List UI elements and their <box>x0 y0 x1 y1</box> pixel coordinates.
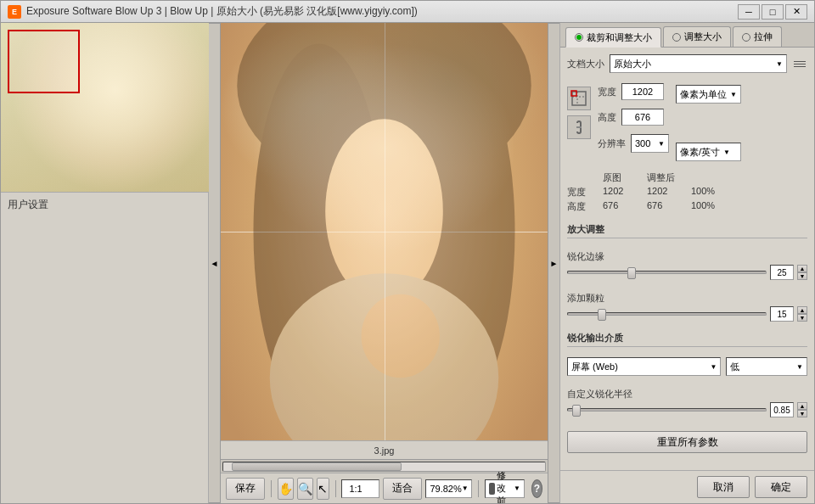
info-width-label: 宽度 <box>567 186 601 199</box>
save-button[interactable]: 保存 <box>226 478 265 500</box>
tab-crop-resize[interactable]: 裁剪和调整大小 <box>565 27 661 48</box>
info-width-pct: 100% <box>691 186 725 199</box>
doc-size-row: 文档大小 原始大小 <box>567 54 807 73</box>
main-window: E Exposure Software Blow Up 3 | Blow Up … <box>0 0 815 504</box>
sharpen-edges-up[interactable]: ▲ <box>797 265 807 272</box>
right-panel: 裁剪和调整大小 调整大小 拉伸 文档大小 原始大小 <box>559 23 814 503</box>
custom-radius-label: 自定义锐化半径 <box>567 388 807 400</box>
sharpen-edges-thumb[interactable] <box>627 267 636 279</box>
sharpness-type-value: 屏幕 (Web) <box>571 361 618 373</box>
tabs-row: 裁剪和调整大小 调整大小 拉伸 <box>560 23 814 48</box>
custom-radius-row: 0.85 ▲ ▼ <box>567 402 807 417</box>
resize-svg <box>570 90 587 107</box>
add-noise-thumb[interactable] <box>598 309 606 321</box>
window-title: Exposure Software Blow Up 3 | Blow Up | … <box>26 4 418 19</box>
tab-crop-radio <box>575 33 583 42</box>
unit2-select[interactable]: 像素/英寸 <box>676 143 741 161</box>
select-tool-button[interactable]: ↖ <box>317 478 329 500</box>
filename-bar: 3.jpg <box>221 440 548 459</box>
ratio-display: 1:1 <box>341 479 379 498</box>
nav-arrow-right[interactable]: ► <box>548 23 559 503</box>
mode-select[interactable]: 修改前 ▼ <box>485 479 525 498</box>
enlarge-section-title: 放大调整 <box>567 223 807 238</box>
hand-tool-button[interactable]: ✋ <box>278 478 294 500</box>
add-noise-up[interactable]: ▲ <box>797 306 807 314</box>
close-button[interactable]: ✕ <box>785 4 807 20</box>
main-preview: 3.jpg 保存 ✋ 🔍 ↖ 1:1 适合 79.82% <box>221 23 548 503</box>
scrollbar-track[interactable] <box>222 462 546 472</box>
ok-button[interactable]: 确定 <box>755 476 807 498</box>
doc-size-select[interactable]: 原始大小 <box>610 54 787 73</box>
resize-icon <box>567 87 591 110</box>
tab-resize-radio <box>672 33 681 42</box>
add-noise-label: 添加颗粒 <box>567 292 807 305</box>
toolbar-bottom: 保存 ✋ 🔍 ↖ 1:1 适合 79.82% 修改前 ▼ ? <box>221 473 548 503</box>
add-noise-row: 15 ▲ ▼ <box>567 306 807 322</box>
sharpen-edges-track[interactable] <box>567 271 767 274</box>
resolution-row: 分辨率 300 <box>598 134 669 153</box>
info-height-pct: 100% <box>691 200 725 213</box>
reset-all-button[interactable]: 重置所有参数 <box>567 431 807 453</box>
dimension-icons <box>567 83 591 139</box>
fit-button[interactable]: 适合 <box>383 478 422 500</box>
sharpen-edges-value: 25 <box>770 265 794 280</box>
svg-rect-8 <box>572 92 586 105</box>
toolbar-sep-3 <box>478 480 479 497</box>
tab-resize[interactable]: 调整大小 <box>663 26 731 47</box>
info-height-adjusted: 676 <box>647 200 689 213</box>
sharpen-edges-row: 25 ▲ ▼ <box>567 265 807 280</box>
sharpness-level-value: 低 <box>730 361 739 373</box>
sharpen-edges-spinner[interactable]: ▲ ▼ <box>797 265 807 280</box>
custom-radius-down[interactable]: ▼ <box>797 410 807 417</box>
resolution-select[interactable]: 300 <box>631 134 669 153</box>
width-input[interactable] <box>621 83 664 100</box>
preview-overlay <box>221 23 548 440</box>
sharpness-level-select[interactable]: 低 <box>726 357 807 376</box>
add-noise-down[interactable]: ▼ <box>797 314 807 322</box>
svg-point-7 <box>362 294 440 378</box>
tab-crop-label: 裁剪和调整大小 <box>587 31 652 44</box>
info-height-original: 676 <box>603 200 645 213</box>
width-label: 宽度 <box>598 86 616 98</box>
sharpen-edges-down[interactable]: ▼ <box>797 272 807 280</box>
sharpness-type-select[interactable]: 屏幕 (Web) <box>567 357 721 376</box>
chain-svg <box>570 119 587 136</box>
info-height-label: 高度 <box>567 200 601 213</box>
scrollbar-thumb[interactable] <box>232 462 402 471</box>
help-button[interactable]: ? <box>531 479 542 498</box>
preview-image <box>221 23 548 440</box>
sharpness-output-title: 锐化输出介质 <box>567 332 807 347</box>
resolution-label: 分辨率 <box>598 137 626 150</box>
custom-radius-spinner[interactable]: ▲ ▼ <box>797 402 807 417</box>
unit1-select[interactable]: 像素为单位 <box>676 85 741 104</box>
maximize-button[interactable]: □ <box>762 4 784 20</box>
scrollbar-bottom[interactable] <box>221 459 548 473</box>
cancel-button[interactable]: 取消 <box>697 476 750 498</box>
tab-stretch[interactable]: 拉伸 <box>733 26 782 47</box>
zoom-value: 79.82% <box>430 484 461 494</box>
custom-radius-up[interactable]: ▲ <box>797 402 807 410</box>
unit2-label: 像素/英寸 <box>680 146 720 159</box>
left-panel: 用户设置 <box>1 23 209 503</box>
custom-radius-track[interactable] <box>567 408 767 412</box>
height-input[interactable] <box>621 109 664 126</box>
custom-radius-thumb[interactable] <box>572 405 581 417</box>
nav-arrow-left[interactable]: ◄ <box>209 23 221 503</box>
filename-text: 3.jpg <box>374 445 395 456</box>
zoom-dropdown[interactable]: 79.82% <box>425 479 472 498</box>
sharpen-edges-label: 锐化边缘 <box>567 250 807 263</box>
zoom-tool-button[interactable]: 🔍 <box>297 478 313 500</box>
add-noise-spinner[interactable]: ▲ ▼ <box>797 306 807 322</box>
resolution-value: 300 <box>635 138 650 148</box>
minimize-button[interactable]: ─ <box>738 4 760 20</box>
add-noise-track[interactable] <box>567 312 767 316</box>
height-label: 高度 <box>598 111 616 124</box>
preview-container[interactable] <box>221 23 548 440</box>
bottom-buttons: 取消 确定 <box>560 470 814 503</box>
unit1-label: 像素为单位 <box>680 88 727 101</box>
right-content: 文档大小 原始大小 <box>560 48 814 470</box>
menu-icon[interactable] <box>792 56 807 71</box>
title-bar: E Exposure Software Blow Up 3 | Blow Up … <box>1 1 814 23</box>
info-header-original: 原图 <box>603 171 645 184</box>
tab-stretch-radio <box>742 33 750 42</box>
